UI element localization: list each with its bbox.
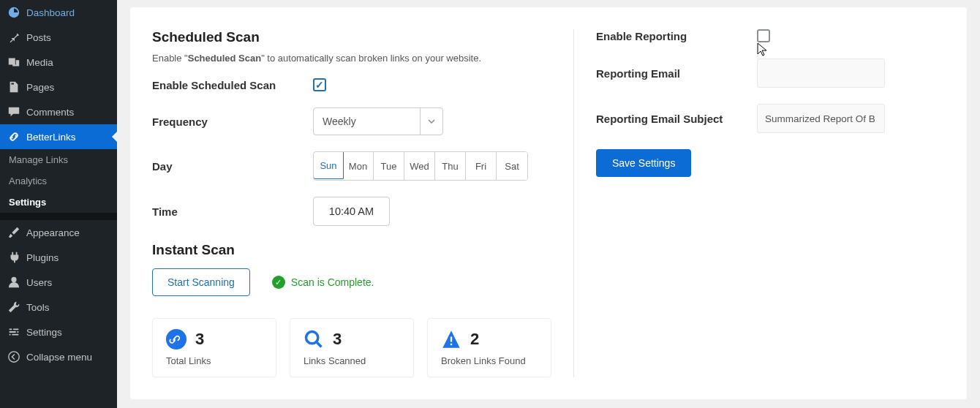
cursor-icon bbox=[757, 42, 769, 57]
plug-icon bbox=[7, 251, 20, 264]
day-tue[interactable]: Tue bbox=[374, 152, 404, 180]
time-input[interactable]: 10:40 AM bbox=[313, 197, 390, 226]
pages-icon bbox=[7, 80, 20, 94]
sidebar-item-label: Users bbox=[26, 277, 52, 288]
sidebar-item-plugins[interactable]: Plugins bbox=[0, 245, 117, 270]
svg-point-3 bbox=[306, 332, 318, 344]
sidebar-item-label: Dashboard bbox=[26, 7, 75, 18]
sidebar-item-users[interactable]: Users bbox=[0, 270, 117, 295]
frequency-value: Weekly bbox=[323, 116, 356, 127]
media-icon bbox=[7, 56, 20, 69]
day-thu[interactable]: Thu bbox=[435, 152, 466, 180]
user-icon bbox=[7, 276, 20, 289]
svg-point-0 bbox=[11, 277, 16, 282]
sidebar-item-comments[interactable]: Comments bbox=[0, 99, 117, 124]
sliders-icon bbox=[7, 325, 20, 339]
instant-scan-title: Instant Scan bbox=[152, 242, 551, 258]
sidebar-item-settings[interactable]: Settings bbox=[0, 320, 117, 344]
stat-broken-links: 2 Broken Links Found bbox=[427, 318, 551, 377]
sidebar-item-label: Posts bbox=[26, 32, 51, 43]
time-label: Time bbox=[152, 205, 313, 218]
sidebar-item-label: Appearance bbox=[26, 227, 80, 238]
day-mon[interactable]: Mon bbox=[343, 152, 374, 180]
svg-rect-4 bbox=[451, 337, 452, 342]
frequency-select[interactable]: Weekly bbox=[313, 107, 443, 135]
sidebar-item-media[interactable]: Media bbox=[0, 50, 117, 75]
save-settings-button[interactable]: Save Settings bbox=[596, 149, 691, 177]
stat-total-links: 3 Total Links bbox=[152, 318, 276, 377]
enable-reporting-checkbox[interactable] bbox=[757, 29, 770, 42]
search-icon bbox=[304, 329, 324, 350]
sidebar-item-collapse[interactable]: Collapse menu bbox=[0, 344, 117, 369]
sidebar-item-label: Plugins bbox=[26, 252, 59, 263]
settings-card: Scheduled Scan Enable "Scheduled Scan" t… bbox=[130, 7, 967, 399]
stat-value: 3 bbox=[195, 330, 204, 349]
sidebar-sub-settings[interactable]: Settings bbox=[0, 192, 117, 213]
reporting-email-input[interactable] bbox=[757, 58, 885, 88]
scan-status-text: Scan is Complete. bbox=[291, 276, 374, 288]
stat-label: Links Scanned bbox=[304, 355, 400, 366]
scan-status: ✓ Scan is Complete. bbox=[272, 276, 374, 289]
svg-point-2 bbox=[166, 329, 186, 350]
start-scanning-button[interactable]: Start Scanning bbox=[152, 268, 250, 296]
frequency-label: Frequency bbox=[152, 116, 313, 128]
scheduled-scan-title: Scheduled Scan bbox=[152, 29, 551, 45]
svg-rect-5 bbox=[451, 344, 452, 345]
sidebar-item-label: Tools bbox=[26, 302, 50, 313]
wrench-icon bbox=[7, 301, 20, 314]
day-label: Day bbox=[152, 160, 313, 173]
link-icon bbox=[7, 130, 20, 143]
day-picker: Sun Mon Tue Wed Thu Fri Sat bbox=[313, 151, 528, 181]
link-icon bbox=[166, 329, 186, 350]
dashboard-icon bbox=[7, 6, 20, 19]
svg-point-1 bbox=[9, 352, 19, 362]
reporting-subject-label: Reporting Email Subject bbox=[596, 113, 757, 125]
comments-icon bbox=[7, 105, 20, 118]
stat-label: Broken Links Found bbox=[441, 355, 538, 366]
day-wed[interactable]: Wed bbox=[404, 152, 435, 180]
scheduled-scan-desc: Enable "Scheduled Scan" to automatically… bbox=[152, 53, 551, 64]
main-content: Scheduled Scan Enable "Scheduled Scan" t… bbox=[117, 0, 980, 408]
warning-icon bbox=[441, 329, 461, 350]
sidebar-sub-analytics[interactable]: Analytics bbox=[0, 170, 117, 192]
stat-value: 2 bbox=[470, 330, 479, 349]
sidebar-item-label: Media bbox=[26, 57, 53, 68]
chevron-down-icon bbox=[427, 117, 436, 126]
day-fri[interactable]: Fri bbox=[466, 152, 497, 180]
admin-sidebar: Dashboard Posts Media Pages Comments Bet… bbox=[0, 0, 117, 408]
left-column: Scheduled Scan Enable "Scheduled Scan" t… bbox=[152, 29, 574, 377]
enable-scheduled-checkbox[interactable] bbox=[313, 78, 326, 91]
sidebar-item-label: Settings bbox=[26, 327, 62, 338]
day-sun[interactable]: Sun bbox=[313, 151, 344, 179]
day-sat[interactable]: Sat bbox=[497, 152, 527, 180]
stat-links-scanned: 3 Links Scanned bbox=[290, 318, 414, 377]
sidebar-item-label: Comments bbox=[26, 107, 74, 118]
sidebar-item-betterlinks[interactable]: BetterLinks bbox=[0, 124, 117, 149]
stat-value: 3 bbox=[333, 330, 342, 349]
right-column: Enable Reporting Reporting Email Reporti… bbox=[574, 29, 945, 377]
sidebar-sub-manage-links[interactable]: Manage Links bbox=[0, 149, 117, 170]
sidebar-item-posts[interactable]: Posts bbox=[0, 25, 117, 50]
scan-stats: 3 Total Links 3 Links Scanned 2 bbox=[152, 318, 551, 377]
sidebar-item-appearance[interactable]: Appearance bbox=[0, 220, 117, 245]
brush-icon bbox=[7, 226, 20, 239]
enable-scheduled-label: Enable Scheduled Scan bbox=[152, 79, 313, 91]
sidebar-item-label: Pages bbox=[26, 82, 54, 93]
reporting-email-label: Reporting Email bbox=[596, 67, 757, 80]
sidebar-item-tools[interactable]: Tools bbox=[0, 295, 117, 320]
sidebar-item-pages[interactable]: Pages bbox=[0, 75, 117, 99]
stat-label: Total Links bbox=[166, 355, 263, 366]
collapse-icon bbox=[7, 350, 20, 363]
pin-icon bbox=[7, 31, 20, 44]
check-icon: ✓ bbox=[272, 276, 285, 289]
enable-reporting-label: Enable Reporting bbox=[596, 30, 757, 42]
sidebar-item-label: Collapse menu bbox=[26, 352, 92, 363]
sidebar-item-dashboard[interactable]: Dashboard bbox=[0, 0, 117, 25]
sidebar-item-label: BetterLinks bbox=[26, 132, 76, 143]
reporting-subject-input[interactable] bbox=[757, 104, 885, 133]
